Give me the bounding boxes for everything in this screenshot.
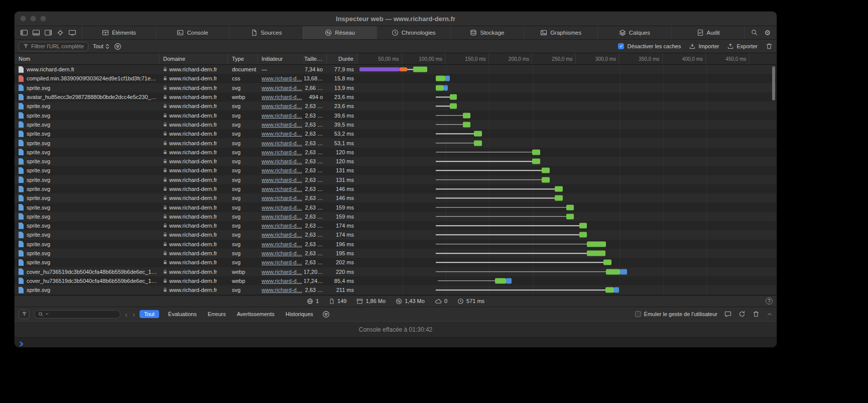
network-request-row[interactable]: avatar_hu85ecc3e298728880b0bde2dcc4e5c23… bbox=[15, 92, 777, 102]
console-tab-errors[interactable]: Erreurs bbox=[206, 310, 228, 318]
vertical-scrollbar[interactable] bbox=[772, 66, 775, 100]
initiator-link[interactable]: www.richard-d… bbox=[262, 140, 302, 146]
console-prompt[interactable] bbox=[15, 338, 777, 347]
initiator-link[interactable]: www.richard-d… bbox=[262, 167, 302, 173]
network-request-row[interactable]: www.richard-dern.frwww.richard-dern.frdo… bbox=[15, 65, 777, 74]
network-request-row[interactable]: sprite.svgwww.richard-dern.frsvgwww.rich… bbox=[15, 111, 777, 120]
network-request-row[interactable]: sprite.svgwww.richard-dern.frsvgwww.rich… bbox=[15, 102, 777, 111]
console-scope-filter-icon[interactable] bbox=[19, 310, 30, 319]
tab-graphics[interactable]: Graphismes bbox=[524, 26, 597, 39]
initiator-link[interactable]: www.richard-d… bbox=[262, 250, 302, 256]
console-messages-bubble-icon[interactable] bbox=[724, 311, 731, 318]
initiator-link[interactable]: www.richard-d… bbox=[262, 149, 302, 155]
network-request-row[interactable]: sprite.svgwww.richard-dern.frsvgwww.rich… bbox=[15, 184, 777, 193]
network-request-row[interactable]: sprite.svgwww.richard-dern.frsvgwww.rich… bbox=[15, 249, 777, 258]
initiator-link[interactable]: www.richard-d… bbox=[262, 287, 302, 293]
initiator-link[interactable]: www.richard-d… bbox=[262, 85, 302, 91]
minimize-window-button[interactable] bbox=[30, 16, 36, 22]
console-tab-logs[interactable]: Historiques bbox=[284, 310, 315, 318]
dock-left-icon[interactable] bbox=[21, 30, 28, 36]
network-request-row[interactable]: sprite.svgwww.richard-dern.frsvgwww.rich… bbox=[15, 129, 777, 138]
network-request-row[interactable]: sprite.svgwww.richard-dern.frsvgwww.rich… bbox=[15, 175, 777, 184]
disable-caches-checkbox-row[interactable]: ✓ Désactiver les caches bbox=[618, 43, 681, 49]
console-reload-icon[interactable] bbox=[738, 311, 746, 318]
console-tab-all[interactable]: Tout bbox=[140, 310, 159, 318]
emulate-user-gesture-row[interactable]: Émuler le geste de l'utilisateur bbox=[635, 311, 717, 317]
tab-audit[interactable]: Audit bbox=[671, 26, 745, 39]
export-button[interactable]: Exporter bbox=[727, 43, 758, 50]
filter-options-icon[interactable] bbox=[114, 43, 121, 50]
network-request-row[interactable]: sprite.svgwww.richard-dern.frsvgwww.rich… bbox=[15, 221, 777, 230]
tab-storage[interactable]: Stockage bbox=[450, 26, 524, 39]
resource-type-dropdown[interactable]: Tout bbox=[93, 43, 109, 49]
network-request-row[interactable]: sprite.svgwww.richard-dern.frsvgwww.rich… bbox=[15, 203, 777, 212]
network-request-row[interactable]: sprite.svgwww.richard-dern.frsvgwww.rich… bbox=[15, 120, 777, 129]
initiator-link[interactable]: www.richard-d… bbox=[262, 131, 302, 137]
initiator-link[interactable]: www.richard-d… bbox=[262, 241, 302, 247]
next-result-button[interactable]: › bbox=[133, 311, 135, 318]
network-request-row[interactable]: compiled.min.38390909f303624ed9e1cf1bd3f… bbox=[15, 74, 777, 83]
column-header-domain[interactable]: Domaine bbox=[159, 53, 228, 64]
device-icon[interactable] bbox=[69, 30, 76, 36]
network-request-row[interactable]: sprite.svgwww.richard-dern.frsvgwww.rich… bbox=[15, 138, 777, 147]
column-header-size[interactable]: Taille… bbox=[304, 53, 327, 64]
clear-network-items-trash-icon[interactable] bbox=[766, 43, 773, 50]
initiator-link[interactable]: www.richard-d… bbox=[262, 186, 302, 192]
initiator-link[interactable]: www.richard-d… bbox=[262, 195, 302, 201]
network-request-row[interactable]: cover_hu736519dc3b5040cfa48b6b559b6de6ec… bbox=[15, 267, 777, 276]
tab-network[interactable]: Réseau bbox=[303, 26, 377, 39]
expand-console-icon[interactable] bbox=[767, 311, 773, 317]
network-request-row[interactable]: sprite.svgwww.richard-dern.frsvgwww.rich… bbox=[15, 212, 777, 221]
previous-result-button[interactable]: ‹ bbox=[125, 311, 128, 318]
tab-elements[interactable]: Éléments bbox=[82, 26, 156, 39]
close-window-button[interactable] bbox=[20, 16, 26, 22]
initiator-link[interactable]: www.richard-d… bbox=[262, 94, 302, 100]
dock-right-icon[interactable] bbox=[45, 30, 52, 36]
initiator-link[interactable]: www.richard-d… bbox=[262, 122, 302, 128]
network-request-row[interactable]: cover_hu736519dc3b5040cfa48b6b559b6de6ec… bbox=[15, 276, 777, 285]
initiator-link[interactable]: www.richard-d… bbox=[262, 259, 302, 265]
initiator-link[interactable]: www.richard-d… bbox=[262, 223, 302, 229]
disable-caches-checkbox[interactable]: ✓ bbox=[618, 43, 624, 49]
network-request-row[interactable]: sprite.svgwww.richard-dern.frsvgwww.rich… bbox=[15, 193, 777, 203]
initiator-link[interactable]: www.richard-d… bbox=[262, 158, 302, 164]
dock-bottom-icon[interactable] bbox=[33, 30, 40, 36]
initiator-link[interactable]: www.richard-d… bbox=[262, 278, 302, 284]
url-filter-input[interactable]: Filtrer l'URL complète bbox=[19, 42, 88, 51]
column-header-type[interactable]: Type bbox=[228, 53, 258, 64]
console-tab-warnings[interactable]: Avertissements bbox=[235, 310, 277, 318]
console-search-input[interactable] bbox=[34, 310, 120, 319]
initiator-link[interactable]: www.richard-d… bbox=[262, 113, 302, 119]
zoom-window-button[interactable] bbox=[40, 16, 46, 22]
initiator-link[interactable]: www.richard-d… bbox=[262, 103, 302, 109]
settings-gear-icon[interactable]: ⚙ bbox=[764, 29, 771, 36]
network-request-row[interactable]: sprite.svgwww.richard-dern.frsvgwww.rich… bbox=[15, 240, 777, 249]
network-request-row[interactable]: sprite.svgwww.richard-dern.frsvgwww.rich… bbox=[15, 258, 777, 267]
column-header-duration[interactable]: Durée bbox=[327, 53, 358, 64]
element-picker-icon[interactable] bbox=[57, 30, 64, 36]
network-request-row[interactable]: sprite.svgwww.richard-dern.frsvgwww.rich… bbox=[15, 285, 777, 294]
network-request-row[interactable]: sprite.svgwww.richard-dern.frsvgwww.rich… bbox=[15, 83, 777, 92]
initiator-link[interactable]: www.richard-d… bbox=[262, 75, 302, 81]
initiator-link[interactable]: www.richard-d… bbox=[262, 232, 302, 238]
initiator-link[interactable]: www.richard-d… bbox=[262, 205, 302, 211]
initiator-link[interactable]: www.richard-d… bbox=[262, 177, 302, 183]
network-request-row[interactable]: sprite.svgwww.richard-dern.frsvgwww.rich… bbox=[15, 157, 777, 166]
initiator-link[interactable]: www.richard-d… bbox=[262, 214, 302, 220]
console-filter-options-icon[interactable] bbox=[322, 311, 330, 318]
search-icon[interactable] bbox=[751, 29, 758, 36]
column-header-initiator[interactable]: Initiateur bbox=[258, 53, 304, 64]
tab-timelines[interactable]: Chronologies bbox=[377, 26, 450, 39]
import-button[interactable]: Importer bbox=[689, 43, 719, 50]
console-tab-evaluations[interactable]: Évaluations bbox=[166, 310, 199, 318]
tab-console[interactable]: Console bbox=[156, 26, 229, 39]
network-request-row[interactable]: sprite.svgwww.richard-dern.frsvgwww.rich… bbox=[15, 166, 777, 175]
network-request-row[interactable]: sprite.svgwww.richard-dern.frsvgwww.rich… bbox=[15, 148, 777, 157]
clear-console-trash-icon[interactable] bbox=[753, 311, 760, 318]
network-request-row[interactable]: sprite.svgwww.richard-dern.frsvgwww.rich… bbox=[15, 230, 777, 239]
column-header-name[interactable]: Nom bbox=[15, 53, 159, 64]
tab-sources[interactable]: Sources bbox=[229, 26, 303, 39]
initiator-link[interactable]: www.richard-d… bbox=[262, 269, 302, 275]
emulate-user-gesture-checkbox[interactable] bbox=[635, 311, 641, 317]
tab-layers[interactable]: Calques bbox=[597, 26, 671, 39]
